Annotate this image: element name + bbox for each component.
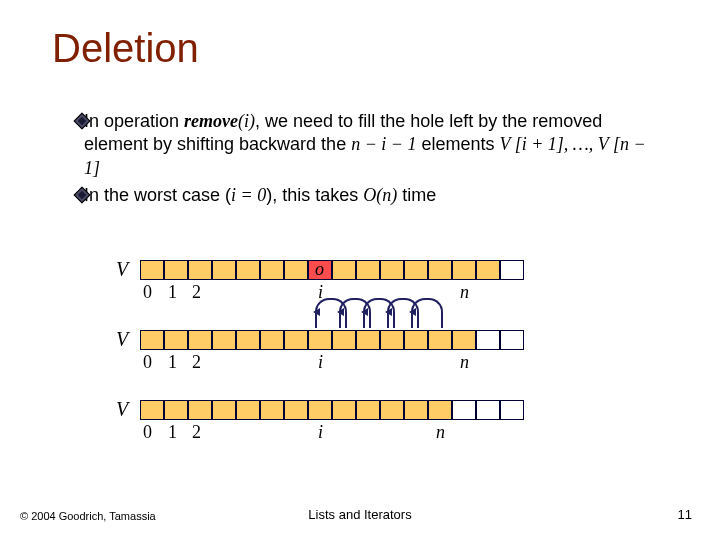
- array-cell: [188, 260, 212, 280]
- array-cell: [380, 400, 404, 420]
- array-cell: [164, 260, 188, 280]
- array-cell: [236, 260, 260, 280]
- idx-i: i: [318, 352, 323, 373]
- array-cell: [188, 400, 212, 420]
- array-cell: [140, 400, 164, 420]
- array-cells-2: [140, 330, 524, 350]
- array-cell: [500, 330, 524, 350]
- array-cell: [188, 330, 212, 350]
- idx-i: i: [318, 422, 323, 443]
- bullet1-text: In operation remove(i), we need to fill …: [84, 111, 646, 178]
- array-cell: [284, 330, 308, 350]
- array-cell: [236, 330, 260, 350]
- array-label: V: [116, 398, 128, 421]
- array-cell: [404, 260, 428, 280]
- array-cell: [332, 330, 356, 350]
- array-cell: [140, 260, 164, 280]
- idx-1: 1: [168, 422, 177, 443]
- array-cell: [452, 330, 476, 350]
- idx-n: n: [460, 352, 469, 373]
- diagram: V o 0 1 2 i n V 0 1 2 i n V 0 1 2 i n: [140, 260, 580, 490]
- array-cell: [140, 330, 164, 350]
- array-cell: [356, 330, 380, 350]
- array-cell: [404, 400, 428, 420]
- array-row-1: V o 0 1 2 i n: [140, 260, 580, 326]
- array-cell: [380, 330, 404, 350]
- array-cell: [380, 260, 404, 280]
- slide: { "title": "Deletion", "bullets": [ {"pr…: [0, 0, 720, 540]
- array-cell: [284, 400, 308, 420]
- footer-title: Lists and Iterators: [0, 507, 720, 522]
- array-row-2: V 0 1 2 i n: [140, 330, 580, 396]
- slide-body: In operation remove(i), we need to fill …: [60, 110, 660, 212]
- idx-1: 1: [168, 352, 177, 373]
- array-cell: [452, 260, 476, 280]
- array-cell: [212, 400, 236, 420]
- array-cells-1: [140, 260, 524, 280]
- idx-2: 2: [192, 352, 201, 373]
- array-cell: [260, 330, 284, 350]
- array-cell: [212, 330, 236, 350]
- array-cell: [428, 400, 452, 420]
- bullet2-text: In the worst case (i = 0), this takes O(…: [84, 185, 436, 205]
- array-cell: [260, 260, 284, 280]
- idx-0: 0: [143, 352, 152, 373]
- array-cell: [164, 330, 188, 350]
- shift-arcs: [315, 298, 465, 322]
- array-cell: [284, 260, 308, 280]
- idx-0: 0: [143, 422, 152, 443]
- array-cell: [476, 330, 500, 350]
- array-cell: [236, 400, 260, 420]
- array-cell: [476, 260, 500, 280]
- array-cell: [476, 400, 500, 420]
- array-cell: [428, 330, 452, 350]
- array-cell: [356, 260, 380, 280]
- array-label: V: [116, 328, 128, 351]
- idx-1: 1: [168, 282, 177, 303]
- array-cell: [404, 330, 428, 350]
- array-cell: [212, 260, 236, 280]
- bullet-2: In the worst case (i = 0), this takes O(…: [60, 184, 660, 207]
- array-cell: [500, 400, 524, 420]
- array-cell: [500, 260, 524, 280]
- bullet-1: In operation remove(i), we need to fill …: [60, 110, 660, 180]
- array-cell: [260, 400, 284, 420]
- array-cell: [308, 330, 332, 350]
- array-cell: [356, 400, 380, 420]
- array-cell: [332, 400, 356, 420]
- array-cell: [332, 260, 356, 280]
- idx-n: n: [436, 422, 445, 443]
- slide-title: Deletion: [52, 26, 199, 71]
- array-cell: [452, 400, 476, 420]
- removed-element-label: o: [315, 259, 324, 280]
- slide-number: 11: [678, 507, 692, 522]
- array-cell: [308, 400, 332, 420]
- array-row-3: V 0 1 2 i n: [140, 400, 580, 466]
- idx-2: 2: [192, 422, 201, 443]
- array-cells-3: [140, 400, 524, 420]
- array-cell: [164, 400, 188, 420]
- array-label: V: [116, 258, 128, 281]
- array-cell: [428, 260, 452, 280]
- idx-0: 0: [143, 282, 152, 303]
- idx-2: 2: [192, 282, 201, 303]
